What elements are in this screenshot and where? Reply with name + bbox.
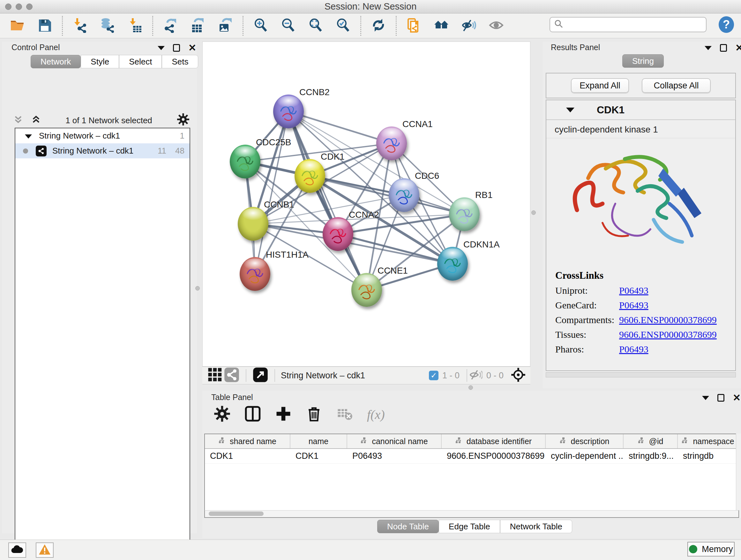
expand-all-button[interactable]: Expand All	[571, 78, 629, 93]
table-horizontal-scrollbar[interactable]	[204, 510, 739, 518]
column-header-database-identifier[interactable]: database identifier	[442, 434, 546, 448]
save-session-button[interactable]	[37, 17, 53, 34]
crosslink-link[interactable]: 9606.ENSP00000378699	[619, 314, 717, 325]
network-node-ccna2[interactable]	[323, 217, 353, 251]
column-header-description[interactable]: description	[546, 434, 623, 448]
warning-button[interactable]	[36, 543, 54, 558]
network-row[interactable]: String Network – cdk1 11 48	[15, 143, 190, 159]
panel-menu-icon[interactable]	[702, 396, 709, 400]
function-builder-button[interactable]: f(x)	[367, 407, 385, 422]
expand-all-chevron-icon[interactable]	[31, 115, 41, 126]
right-splitter-handle[interactable]	[531, 210, 536, 215]
import-table-button[interactable]	[127, 17, 143, 34]
close-panel-icon[interactable]: ✕	[735, 44, 741, 52]
zoom-out-button[interactable]	[280, 17, 296, 34]
network-canvas[interactable]: CCNB2CCNA1CDC25BCDK1CDC6RB1CCNB1CCNA2CDK…	[202, 42, 530, 367]
crosslink-link[interactable]: P06493	[619, 300, 649, 311]
network-options-gear-icon[interactable]	[177, 113, 190, 128]
tab-network-table[interactable]: Network Table	[500, 520, 572, 533]
panel-menu-icon[interactable]	[704, 46, 712, 50]
network-node-rb1[interactable]	[449, 197, 480, 231]
open-in-window-button[interactable]	[252, 367, 269, 384]
help-button[interactable]: ?	[718, 16, 735, 34]
crosslink-row: Tissues:9606.ENSP00000378699	[555, 327, 735, 342]
network-node-cdkn1a[interactable]	[437, 247, 468, 281]
delete-column-button[interactable]	[306, 406, 322, 423]
add-column-button[interactable]	[275, 406, 292, 423]
hide-selected-button[interactable]	[461, 17, 477, 34]
column-header--id[interactable]: @id	[623, 434, 678, 448]
tab-network[interactable]: Network	[30, 55, 81, 68]
birdseye-toggle-button[interactable]	[207, 367, 223, 384]
bottom-splitter-handle[interactable]	[468, 385, 473, 390]
refresh-icon	[371, 17, 386, 34]
network-node-ccne1[interactable]	[351, 273, 382, 307]
tab-node-table[interactable]: Node Table	[377, 520, 439, 533]
network-node-ccnb2[interactable]	[273, 95, 304, 128]
table-panel-title: Table Panel	[211, 393, 253, 402]
memory-button[interactable]: Memory	[687, 542, 735, 557]
network-overview-button[interactable]	[223, 367, 240, 384]
cloud-button[interactable]	[8, 543, 26, 558]
collapse-protein-icon[interactable]	[566, 108, 575, 112]
zoom-selected-button[interactable]	[335, 17, 351, 34]
close-panel-icon[interactable]: ✕	[733, 394, 741, 401]
zoom-in-button[interactable]	[253, 17, 269, 34]
protein-structure-thumbnail	[240, 257, 270, 291]
duplicate-network-button[interactable]	[406, 17, 422, 34]
table-row[interactable]: CDK1CDK1P064939606.ENSP00000378699cyclin…	[205, 449, 738, 463]
table-settings-button[interactable]	[214, 406, 230, 423]
scrollbar-thumb[interactable]	[209, 511, 264, 516]
import-network-file-button[interactable]	[72, 17, 88, 34]
network-collection-row[interactable]: String Network – cdk1 1	[15, 128, 190, 143]
network-node-cdk1[interactable]	[294, 159, 325, 193]
tab-select[interactable]: Select	[119, 55, 162, 68]
export-network-button[interactable]	[162, 17, 179, 34]
show-column-panel-button[interactable]	[245, 406, 261, 423]
table-vertical-scrollbar[interactable]	[736, 434, 741, 518]
network-node-hist1h1a[interactable]	[240, 257, 270, 291]
float-panel-icon[interactable]	[720, 44, 727, 52]
open-session-button[interactable]	[9, 17, 25, 34]
network-node-ccna1[interactable]	[376, 126, 407, 160]
protein-card-header[interactable]: CDK1	[546, 100, 735, 120]
export-image-button[interactable]	[217, 17, 233, 34]
delete-table-button[interactable]	[336, 406, 353, 423]
column-header-namespace[interactable]: namespace	[678, 434, 738, 448]
apply-layout-button[interactable]	[370, 17, 387, 34]
database-icon	[100, 17, 115, 34]
zoom-fit-button[interactable]	[307, 17, 324, 34]
crosslink-link[interactable]: 9606.ENSP00000378699	[619, 329, 717, 340]
tab-sets[interactable]: Sets	[162, 55, 198, 68]
panel-menu-icon[interactable]	[158, 46, 165, 50]
search-box[interactable]	[549, 17, 706, 32]
show-all-button[interactable]	[488, 17, 504, 34]
results-scrollbar[interactable]	[546, 372, 736, 377]
hidden-eye-slash-icon[interactable]	[469, 369, 482, 381]
fit-selected-button[interactable]	[510, 367, 527, 384]
crosslink-link[interactable]: P06493	[619, 285, 649, 296]
network-node-cdc6[interactable]	[389, 178, 419, 212]
export-table-button[interactable]	[190, 17, 206, 34]
first-neighbors-button[interactable]	[433, 17, 450, 34]
collapse-all-button[interactable]: Collapse All	[642, 78, 711, 93]
crosslink-link[interactable]: P06493	[619, 344, 649, 355]
float-panel-icon[interactable]	[718, 394, 724, 401]
column-header-shared-name[interactable]: shared name	[205, 434, 290, 448]
column-header-name[interactable]: name	[290, 434, 347, 448]
network-node-cdc25b[interactable]	[230, 145, 260, 179]
selected-checkbox-icon[interactable]: ✓	[429, 371, 439, 380]
tab-edge-table[interactable]: Edge Table	[439, 520, 500, 533]
import-network-database-button[interactable]	[99, 17, 116, 34]
crosslinks-section: CrossLinks Uniprot:P06493GeneCard:P06493…	[546, 270, 735, 357]
left-splitter-handle[interactable]	[195, 286, 200, 291]
close-panel-icon[interactable]: ✕	[188, 44, 196, 52]
float-panel-icon[interactable]	[173, 44, 180, 52]
network-node-ccnb1[interactable]	[238, 207, 268, 241]
tab-string[interactable]: String	[622, 54, 664, 68]
tab-style[interactable]: Style	[81, 55, 119, 68]
column-header-canonical-name[interactable]: canonical name	[347, 434, 442, 448]
collection-expand-icon[interactable]	[25, 134, 32, 138]
search-input[interactable]	[563, 20, 697, 30]
collapse-all-chevron-icon[interactable]	[13, 115, 23, 126]
